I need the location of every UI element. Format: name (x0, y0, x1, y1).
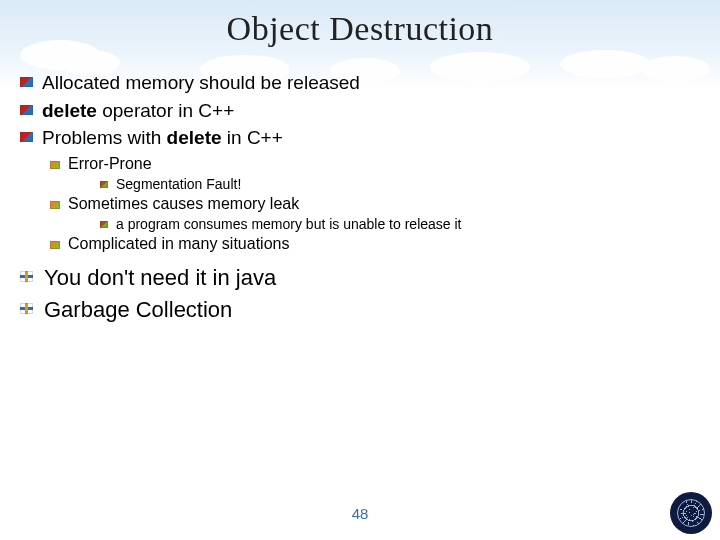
bullet-text: Error-Prone (68, 155, 152, 172)
bullet-list-emphasis: You don't need it in java Garbage Collec… (18, 263, 702, 324)
bullet-item: Problems with delete in C++ (18, 125, 702, 151)
bullet-list-level3: Segmentation Fault! (98, 176, 702, 192)
logo-inner-graphic (677, 499, 705, 527)
bullet-item: You don't need it in java (18, 263, 702, 293)
bullet-text: Complicated in many situations (68, 235, 289, 252)
bullet-list-level2: Error-Prone Segmentation Fault! Sometime… (48, 155, 702, 253)
bullet-item: Complicated in many situations (48, 235, 702, 253)
bullet-item: Error-Prone Segmentation Fault! (48, 155, 702, 192)
bullet-item: a program consumes memory but is unable … (98, 216, 702, 232)
slide-content: Allocated memory should be released dele… (0, 48, 720, 324)
bullet-bold: delete (42, 100, 97, 121)
bullet-text: Sometimes causes memory leak (68, 195, 299, 212)
bullet-text: Problems with (42, 127, 167, 148)
bullet-list-level1: Allocated memory should be released dele… (18, 70, 702, 151)
slide-title: Object Destruction (0, 0, 720, 48)
page-number: 48 (0, 505, 720, 522)
bullet-item: Allocated memory should be released (18, 70, 702, 96)
bullet-item: Garbage Collection (18, 295, 702, 325)
institution-logo (670, 492, 712, 534)
bullet-item: delete operator in C++ (18, 98, 702, 124)
bullet-item: Sometimes causes memory leak a program c… (48, 195, 702, 232)
bullet-text: You don't need it in java (44, 265, 276, 290)
bullet-text: operator in C++ (97, 100, 234, 121)
bullet-bold: delete (167, 127, 222, 148)
bullet-text: Allocated memory should be released (42, 72, 360, 93)
bullet-text: Garbage Collection (44, 297, 232, 322)
bullet-text: a program consumes memory but is unable … (116, 216, 462, 232)
bullet-text: in C++ (222, 127, 283, 148)
bullet-list-level3: a program consumes memory but is unable … (98, 216, 702, 232)
bullet-item: Segmentation Fault! (98, 176, 702, 192)
bullet-text: Segmentation Fault! (116, 176, 241, 192)
